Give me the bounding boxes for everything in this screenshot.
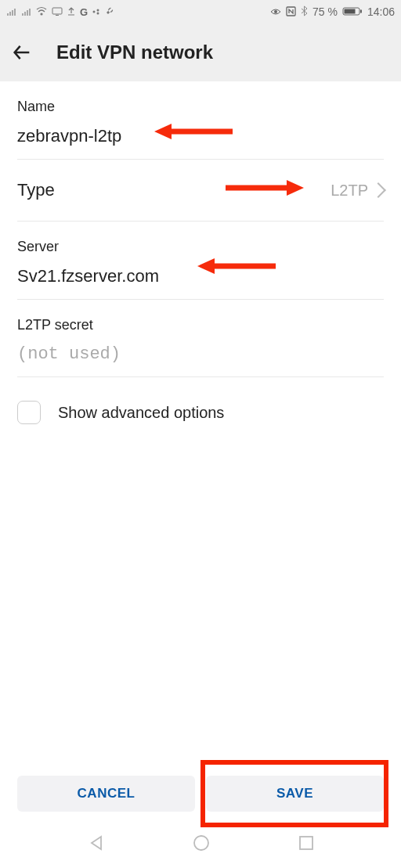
svg-point-11 — [93, 11, 96, 13]
back-button[interactable] — [11, 41, 47, 63]
wrench-icon — [105, 6, 114, 17]
server-field[interactable]: Server Sv21.fzserver.com — [17, 222, 384, 300]
type-value: L2TP — [331, 182, 368, 200]
advanced-options-label: Show advanced options — [58, 404, 224, 422]
form-content: Name zebravpn-l2tp Type L2TP Server Sv21… — [0, 81, 401, 424]
status-bar: G 75 % 14:06 — [0, 0, 401, 23]
circle-home-icon — [192, 834, 211, 852]
chevron-right-icon — [370, 182, 386, 198]
nav-recent-button[interactable] — [298, 834, 315, 855]
l2tp-secret-field[interactable]: L2TP secret (not used) — [17, 300, 384, 377]
battery-pct: 75 % — [312, 5, 338, 18]
cast-icon — [52, 6, 63, 17]
page-title: Edit VPN network — [56, 41, 213, 63]
name-field[interactable]: Name zebravpn-l2tp — [17, 81, 384, 160]
server-value[interactable]: Sv21.fzserver.com — [17, 255, 384, 299]
advanced-options-row[interactable]: Show advanced options — [17, 377, 384, 424]
eye-icon — [270, 6, 281, 17]
save-button[interactable]: SAVE — [206, 776, 384, 812]
cancel-button[interactable]: CANCEL — [17, 776, 195, 812]
nav-home-button[interactable] — [192, 834, 211, 855]
button-bar: CANCEL SAVE — [0, 776, 401, 812]
clock-time: 14:06 — [367, 5, 395, 18]
svg-rect-9 — [52, 8, 62, 14]
bluetooth-icon — [301, 5, 308, 18]
name-value[interactable]: zebravpn-l2tp — [17, 115, 384, 159]
nav-back-button[interactable] — [87, 834, 106, 855]
system-navbar — [0, 821, 401, 868]
type-value-group[interactable]: L2TP — [331, 182, 384, 200]
svg-rect-18 — [360, 9, 362, 13]
advanced-options-checkbox[interactable] — [17, 401, 41, 424]
svg-point-8 — [41, 13, 42, 15]
signal-icon — [6, 6, 16, 18]
svg-rect-17 — [344, 9, 355, 13]
signal-icon — [21, 6, 31, 18]
svg-point-13 — [97, 13, 99, 15]
server-label: Server — [17, 222, 384, 255]
app-header: Edit VPN network — [0, 23, 401, 81]
battery-icon — [342, 6, 363, 18]
svg-point-12 — [97, 9, 99, 12]
triangle-back-icon — [87, 834, 106, 852]
l2tp-secret-label: L2TP secret — [17, 300, 384, 333]
upload-icon — [67, 6, 75, 17]
status-right: 75 % 14:06 — [270, 5, 395, 18]
name-label: Name — [17, 81, 384, 115]
wifi-icon — [36, 6, 47, 17]
arrow-left-icon — [11, 41, 33, 63]
svg-point-14 — [274, 10, 277, 13]
google-icon: G — [80, 7, 88, 17]
nfc-icon — [286, 6, 296, 18]
square-recent-icon — [298, 834, 315, 852]
svg-point-25 — [194, 836, 208, 850]
l2tp-secret-placeholder[interactable]: (not used) — [17, 333, 384, 376]
svg-rect-26 — [300, 837, 312, 849]
status-left: G — [6, 6, 114, 18]
dots-icon — [92, 6, 100, 17]
type-field[interactable]: Type L2TP — [17, 160, 384, 222]
type-label: Type — [17, 180, 55, 200]
